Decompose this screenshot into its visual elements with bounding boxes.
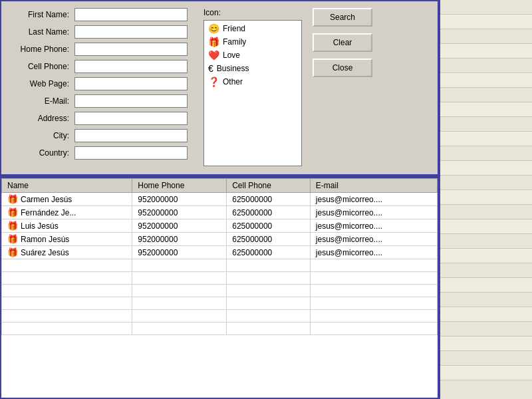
icon-item-family[interactable]: 🎁Family [205,35,300,49]
table-row[interactable]: 🎁Ramon Jesús952000000625000000jesus@mico… [2,233,438,246]
table-header-row: NameHome PhoneCell PhoneE-mail [2,179,438,193]
friend-icon: 😊 [208,23,219,34]
table-empty-row [2,297,438,310]
address-row: Address: [9,112,188,125]
sidebar-line [440,88,532,102]
table-body: 🎁Carmen Jesús952000000625000000jesus@mic… [2,193,438,335]
table-col-e-mail: E-mail [310,179,437,193]
close-button[interactable]: Close [313,59,372,77]
sidebar-line [440,322,532,336]
sidebar-line [440,278,532,293]
results-table-section: NameHome PhoneCell PhoneE-mail 🎁Carmen J… [1,178,438,398]
table-cell-name: 🎁Carmen Jesús [2,193,132,206]
table-cell-home-phone: 952000000 [132,233,227,246]
table-empty-row [2,323,438,335]
cell-phone-label: Cell Phone: [9,62,69,71]
table-cell-cell-phone: 625000000 [227,219,311,233]
table-cell-name: 🎁Fernández Je... [2,206,132,219]
table-cell-email: jesus@micorreo.... [310,193,437,206]
other-icon: ❓ [208,76,219,87]
city-row: City: [9,129,188,142]
row-family-icon: 🎁 [7,234,18,244]
sidebar-line [440,205,532,219]
first-name-row: First Name: [9,8,188,21]
sidebar-line [440,336,532,351]
table-row[interactable]: 🎁Suárez Jesús952000000625000000jesus@mic… [2,246,438,259]
sidebar-line [440,176,532,190]
sidebar-line [440,249,532,263]
table-empty-row [2,259,438,272]
home-phone-input[interactable] [74,43,188,56]
sidebar-line [440,234,532,249]
first-name-label: First Name: [9,10,69,19]
table-empty-row [2,310,438,323]
sidebar-line [440,351,532,366]
row-family-icon: 🎁 [7,207,18,217]
table-cell-email: jesus@micorreo.... [310,246,437,259]
buttons-column: Search Clear Close [313,8,372,166]
sidebar-line [440,0,532,15]
sidebar-line [440,146,532,161]
table-row[interactable]: 🎁Carmen Jesús952000000625000000jesus@mic… [2,193,438,206]
icon-item-love[interactable]: ❤️Love [205,49,300,62]
table-cell-name: 🎁Ramon Jesús [2,233,132,246]
country-input[interactable] [74,146,188,160]
fields-column: First Name: Last Name: Home Phone: Cell … [9,8,188,166]
web-page-input[interactable] [74,77,188,90]
icon-listbox[interactable]: 😊Friend🎁Family❤️Love€Business❓Other [203,20,302,166]
icon-item-friend[interactable]: 😊Friend [205,22,300,35]
table-cell-cell-phone: 625000000 [227,246,311,259]
search-button[interactable]: Search [313,8,372,27]
right-sidebar [439,0,532,399]
first-name-input[interactable] [74,8,188,21]
icon-item-business[interactable]: €Business [205,62,300,75]
email-row: E-Mail: [9,94,188,108]
main-panel: First Name: Last Name: Home Phone: Cell … [0,0,439,399]
row-family-icon: 🎁 [7,194,18,204]
last-name-label: Last Name: [9,27,69,37]
cell-phone-input[interactable] [74,60,188,73]
table-cell-name: 🎁Suárez Jesús [2,246,132,259]
results-table: NameHome PhoneCell PhoneE-mail 🎁Carmen J… [1,178,438,335]
icon-section-label: Icon: [203,8,302,17]
table-cell-email: jesus@micorreo.... [310,206,437,219]
address-input[interactable] [74,112,188,125]
table-row[interactable]: 🎁Luis Jesús952000000625000000jesus@micor… [2,219,438,233]
country-row: Country: [9,146,188,160]
email-input[interactable] [74,94,188,108]
sidebar-line [440,263,532,278]
home-phone-label: Home Phone: [9,45,69,54]
sidebar-line [440,15,532,29]
sidebar-line [440,102,532,117]
table-col-name: Name [2,179,132,193]
table-cell-home-phone: 952000000 [132,193,227,206]
city-label: City: [9,131,69,140]
table-row[interactable]: 🎁Fernández Je...952000000625000000jesus@… [2,206,438,219]
sidebar-line [440,293,532,307]
email-label: E-Mail: [9,96,69,106]
table-empty-row [2,285,438,297]
icon-item-other[interactable]: ❓Other [205,75,300,88]
table-cell-home-phone: 952000000 [132,206,227,219]
city-input[interactable] [74,129,188,142]
sidebar-line [440,59,532,73]
web-page-row: Web Page: [9,77,188,90]
table-empty-row [2,272,438,285]
business-icon: € [208,63,213,74]
last-name-input[interactable] [74,25,188,39]
row-family-icon: 🎁 [7,247,18,257]
sidebar-line [440,219,532,234]
table-cell-email: jesus@micorreo.... [310,233,437,246]
family-icon: 🎁 [208,37,219,47]
sidebar-line [440,44,532,59]
love-icon: ❤️ [208,50,219,61]
row-family-icon: 🎁 [7,221,18,231]
table-col-home-phone: Home Phone [132,179,227,193]
last-name-row: Last Name: [9,25,188,39]
web-page-label: Web Page: [9,79,69,88]
sidebar-line [440,366,532,380]
clear-button[interactable]: Clear [313,33,372,52]
sidebar-line [440,73,532,88]
sidebar-line [440,190,532,205]
table-cell-cell-phone: 625000000 [227,233,311,246]
